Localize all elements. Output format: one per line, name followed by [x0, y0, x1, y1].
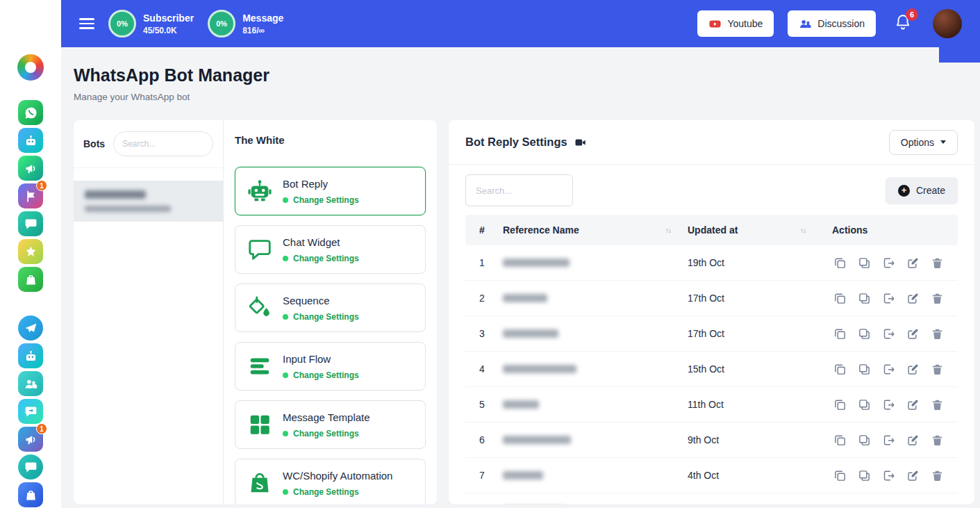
change-settings-link[interactable]: Change Settings [283, 254, 359, 263]
export-button[interactable] [881, 290, 896, 306]
notifications-button[interactable]: 6 [894, 13, 912, 34]
updated-at-cell: 11th Oct [682, 389, 817, 420]
change-settings-link[interactable]: Change Settings [283, 487, 392, 497]
delete-button[interactable] [929, 255, 945, 270]
sort-icon[interactable]: ↑↓ [665, 227, 676, 234]
setting-card-input-flow[interactable]: Input FlowChange Settings [235, 342, 426, 391]
whatsapp-broadcast-icon[interactable] [18, 156, 43, 181]
row-actions [817, 352, 958, 386]
reply-search-input[interactable] [465, 174, 573, 206]
change-settings-link[interactable]: Change Settings [283, 312, 359, 322]
copy-button[interactable] [832, 397, 847, 412]
delete-button[interactable] [929, 468, 945, 483]
duplicate-button[interactable] [856, 326, 872, 341]
telegram-bot-icon[interactable] [18, 343, 43, 368]
setting-card-bot-reply[interactable]: Bot ReplyChange Settings [235, 167, 426, 215]
edit-button[interactable] [905, 255, 920, 270]
export-button[interactable] [881, 432, 896, 448]
app-logo[interactable] [17, 54, 44, 81]
delete-button[interactable] [929, 361, 945, 377]
duplicate-button[interactable] [856, 255, 872, 270]
row-number: 7 [465, 460, 497, 491]
edit-button[interactable] [905, 290, 920, 306]
duplicate-button[interactable] [856, 432, 872, 448]
telegram-campaign-icon[interactable]: 1 [18, 427, 43, 452]
copy-icon [833, 292, 847, 305]
edit-button[interactable] [905, 432, 920, 448]
copy-button[interactable] [832, 361, 847, 377]
export-button[interactable] [881, 255, 896, 270]
copy-button[interactable] [832, 290, 847, 306]
export-button[interactable] [881, 397, 896, 412]
edit-icon [906, 292, 920, 305]
telegram-shop-icon[interactable] [18, 482, 43, 507]
duplicate-button[interactable] [856, 503, 872, 505]
setting-card-wc-shopify-automation[interactable]: WC/Shopify AutomationChange Settings [235, 459, 426, 505]
telegram-members-icon[interactable] [18, 371, 43, 396]
sort-icon[interactable]: ↑↓ [800, 227, 811, 234]
delete-button[interactable] [929, 290, 945, 306]
duplicate-button[interactable] [856, 397, 872, 412]
whatsapp-integrations-icon[interactable] [18, 239, 43, 264]
updated-at-cell: 17th Oct [682, 283, 817, 313]
export-button[interactable] [881, 361, 896, 377]
whatsapp-campaign-icon[interactable]: 1 [18, 183, 43, 208]
change-settings-link[interactable]: Change Settings [283, 195, 359, 205]
edit-button[interactable] [905, 503, 920, 505]
row-actions [817, 423, 958, 457]
delete-button[interactable] [929, 432, 945, 448]
user-avatar[interactable] [933, 9, 962, 38]
export-button[interactable] [881, 468, 896, 483]
copy-icon [833, 434, 847, 447]
menu-toggle-icon[interactable] [79, 15, 94, 32]
telegram-chat-icon[interactable] [18, 454, 43, 480]
setting-card-body: Input FlowChange Settings [283, 353, 359, 380]
whatsapp-shop-icon[interactable] [18, 267, 43, 292]
edit-button[interactable] [905, 361, 920, 377]
export-button[interactable] [881, 326, 896, 341]
duplicate-button[interactable] [856, 290, 872, 306]
redacted-reference-name [503, 365, 576, 373]
create-button-label: Create [916, 185, 945, 196]
setting-card-message-template[interactable]: Message TemplateChange Settings [235, 400, 426, 449]
copy-button[interactable] [832, 326, 847, 341]
duplicate-button[interactable] [856, 361, 872, 377]
export-button[interactable] [881, 503, 896, 505]
discussion-button[interactable]: Discussion [788, 10, 876, 37]
whatsapp-icon[interactable] [18, 100, 43, 125]
delete-button[interactable] [929, 326, 945, 341]
duplicate-button[interactable] [856, 468, 872, 483]
export-icon [882, 398, 895, 411]
robot-icon [245, 177, 274, 206]
delete-icon [931, 256, 944, 270]
bot-list-item-selected[interactable] [74, 181, 223, 222]
setting-card-chat-widget[interactable]: Chat WidgetChange Settings [235, 225, 426, 274]
copy-button[interactable] [832, 432, 847, 448]
app-sidebar: 1 1 [0, 0, 61, 508]
whatsapp-bot-icon[interactable] [18, 128, 43, 153]
telegram-chat-sync-icon[interactable] [18, 399, 43, 424]
create-button[interactable]: + Create [886, 177, 958, 204]
setting-card-sequence[interactable]: SequenceChange Settings [235, 284, 426, 332]
change-settings-link[interactable]: Change Settings [283, 429, 370, 439]
setting-title: Input Flow [283, 353, 359, 365]
video-camera-icon[interactable] [574, 136, 587, 149]
whatsapp-chat-icon[interactable] [18, 211, 43, 236]
bots-search-input[interactable] [113, 131, 213, 156]
edit-button[interactable] [905, 326, 920, 341]
options-dropdown-button[interactable]: Options [889, 130, 958, 155]
delete-button[interactable] [929, 397, 945, 412]
copy-button[interactable] [832, 503, 847, 505]
change-settings-link[interactable]: Change Settings [283, 370, 359, 380]
grid-icon [245, 410, 274, 439]
settings-column: The White Bot ReplyChange SettingsChat W… [224, 120, 437, 505]
copy-button[interactable] [832, 468, 847, 483]
table-row: 415th Oct [465, 352, 958, 387]
edit-button[interactable] [905, 397, 920, 412]
redacted-reference-name [503, 259, 570, 267]
copy-button[interactable] [832, 255, 847, 270]
edit-button[interactable] [905, 468, 920, 483]
telegram-icon[interactable] [18, 316, 43, 341]
delete-button[interactable] [929, 503, 945, 505]
youtube-button[interactable]: Youtube [697, 10, 774, 37]
